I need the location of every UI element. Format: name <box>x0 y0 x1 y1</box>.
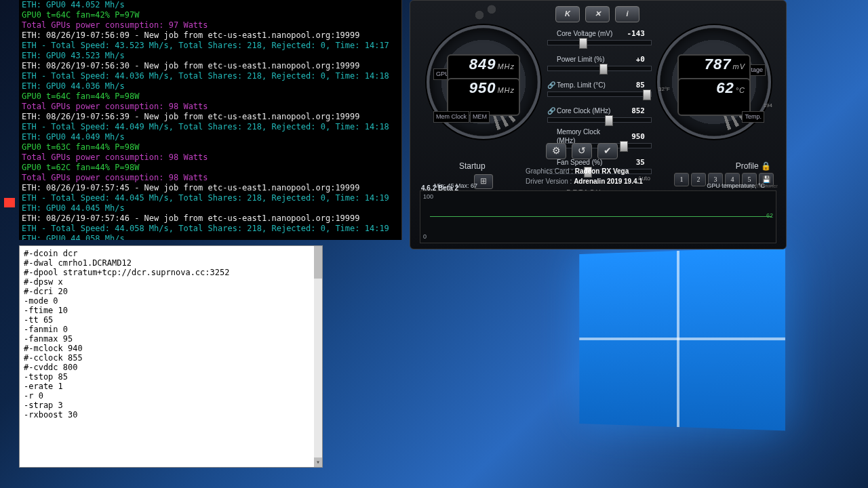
log-line: ETH: GPU0 44.045 Mh/s <box>22 203 399 214</box>
graph-title: GPU temperature, °C <box>707 182 765 190</box>
slider-label: Core Voltage (mV) <box>557 29 618 38</box>
reset-button[interactable]: ↺ <box>572 143 592 159</box>
wallpaper-windows-logo <box>579 247 785 431</box>
editor-content[interactable]: #-dcoin dcr#-dwal cmrho1.DCRAMD12#-dpool… <box>24 249 318 420</box>
config-line[interactable]: #-dwal cmrho1.DCRAMD12 <box>24 258 318 268</box>
slider-knob[interactable] <box>599 64 608 75</box>
slider-knob[interactable] <box>620 141 628 152</box>
mem-clock-value: 950 <box>469 79 496 96</box>
top-tab-button[interactable]: K <box>555 6 580 22</box>
config-line[interactable]: #-dcoin dcr <box>24 249 318 258</box>
mem-clock-label: Mem Clock <box>433 111 469 123</box>
config-line[interactable]: #-mclock 940 <box>24 344 318 353</box>
link-icon[interactable]: 🔗 <box>547 81 554 89</box>
action-buttons-row: ⚙↺✔ <box>546 143 618 159</box>
gpu-clock-gauge: GPU Clock GPU 849MHz 950MHz Mem Clock ME… <box>427 25 540 139</box>
y-axis-high: 100 <box>423 192 433 201</box>
slider-label: Core Clock (MHz) <box>557 106 618 115</box>
log-line: ETH: 08/26/19-07:56:09 - New job from et… <box>22 30 399 41</box>
log-line: ETH - Total Speed: 44.045 Mh/s, Total Sh… <box>22 193 399 203</box>
graph-minmax: Min: 45 Max: 67 <box>434 182 477 190</box>
config-line[interactable]: -tt 65 <box>24 315 318 325</box>
config-line[interactable]: -r 0 <box>24 391 318 401</box>
log-line: ETH: 08/26/19-07:57:45 - New job from et… <box>22 183 399 193</box>
log-line: ETH: GPU0 44.036 Mh/s <box>22 81 399 92</box>
config-line[interactable]: -fanmax 95 <box>24 334 318 344</box>
log-line: ETH: 08/26/19-07:57:46 - New job from et… <box>22 214 399 224</box>
profile-label: Profile 🔒 <box>736 162 771 171</box>
config-line[interactable]: #-dpsw x <box>24 277 318 287</box>
top-tab-button[interactable]: i <box>615 6 639 22</box>
log-line: ETH - Total Speed: 43.523 Mh/s, Total Sh… <box>22 41 399 51</box>
record-indicator-icon <box>4 198 15 207</box>
temp-value: 62 <box>716 79 734 96</box>
mem-chip-label: MEM <box>470 111 490 123</box>
log-line: ETH: 08/26/19-07:56:39 - New job from et… <box>22 112 399 122</box>
editor-scrollbar[interactable]: ▾ <box>314 246 322 467</box>
log-line: GPU0 t=64C fan=44% P=98W <box>22 92 399 102</box>
config-line[interactable]: -tstop 85 <box>24 372 318 382</box>
voltage-value: 787 <box>705 56 732 73</box>
slider-track[interactable] <box>547 117 652 123</box>
gpu-clock-value: 849 <box>469 56 496 73</box>
profile-slot-button[interactable]: 2 <box>691 173 706 186</box>
config-line[interactable]: -erate 1 <box>24 382 318 391</box>
config-line[interactable]: #-dcri 20 <box>24 287 318 296</box>
temperature-graph[interactable]: Min: 45 Max: 67 GPU temperature, °C 100 … <box>420 190 776 243</box>
log-line: Total GPUs power consumption: 98 Watts <box>22 102 399 112</box>
top-tab-buttons: K✕i <box>555 6 639 22</box>
driver-version: Adrenalin 2019 19.4.1 <box>574 178 643 185</box>
temp-readout: 62°C <box>677 78 751 116</box>
slider-knob[interactable] <box>605 115 613 126</box>
config-line[interactable]: -strap 3 <box>24 401 318 410</box>
y-axis-low: 0 <box>423 232 427 241</box>
config-editor[interactable]: #-dcoin dcr#-dwal cmrho1.DCRAMD12#-dpool… <box>19 245 323 468</box>
startup-label: Startup <box>459 162 486 171</box>
config-line[interactable]: -rxboost 30 <box>24 410 318 420</box>
slider-knob[interactable] <box>579 38 587 49</box>
log-line: ETH: GPU0 43.523 Mh/s <box>22 51 399 61</box>
log-line: GPU0 t=63C fan=44% P=98W <box>22 142 399 152</box>
slider-value: 35 <box>620 158 645 167</box>
slider-panel: Core Voltage (mV)-143Power Limit (%)+0🔗T… <box>547 24 650 184</box>
config-line[interactable]: #-cvddc 800 <box>24 363 318 372</box>
slider-track[interactable] <box>547 92 652 97</box>
miner-terminal[interactable]: ETH: GPU0 44.052 Mh/sGPU0 t=64C fan=42% … <box>19 0 402 240</box>
top-tab-button[interactable]: ✕ <box>585 6 610 22</box>
slider-track[interactable] <box>547 40 652 45</box>
slider-knob[interactable] <box>643 89 651 100</box>
log-line: GPU0 t=64C fan=42% P=97W <box>22 10 399 20</box>
log-line: ETH: 08/26/19-07:56:30 - New job from et… <box>22 61 399 71</box>
slider-track[interactable] <box>547 66 652 71</box>
profile-slot-button[interactable]: 1 <box>674 173 689 186</box>
link-icon[interactable]: 🔗 <box>547 106 554 115</box>
slider-label: Temp. Limit (°C) <box>557 81 618 89</box>
log-line: ETH: GPU0 44.058 Mh/s <box>22 234 399 240</box>
config-line[interactable]: #-dpool stratum+tcp://dcr.suprnova.cc:32… <box>24 268 318 277</box>
slider-value: 950 <box>620 132 645 141</box>
log-line: ETH: GPU0 44.049 Mh/s <box>22 132 399 142</box>
unit: mV <box>733 62 746 70</box>
config-line[interactable]: -mode 0 <box>24 296 318 306</box>
slider-value: 852 <box>620 106 645 115</box>
driver-label: Driver Version : <box>526 178 572 185</box>
slider-label: Power Limit (%) <box>557 55 618 64</box>
slider-value: +0 <box>620 55 645 64</box>
apply-button[interactable]: ✔ <box>597 143 618 159</box>
log-line: ETH - Total Speed: 44.049 Mh/s, Total Sh… <box>22 122 399 132</box>
tick-max: 194 <box>764 101 772 110</box>
log-line: Total GPUs power consumption: 98 Watts <box>22 152 399 163</box>
slider-value: 85 <box>620 81 645 89</box>
scrollbar-thumb[interactable] <box>314 246 322 279</box>
config-line[interactable]: -fanmin 0 <box>24 325 318 334</box>
slider-value: -143 <box>620 29 645 38</box>
config-line[interactable]: -ftime 10 <box>24 306 318 315</box>
config-line[interactable]: #-cclock 855 <box>24 353 318 363</box>
settings-button[interactable]: ⚙ <box>546 143 566 159</box>
brand-dragon-icon <box>455 0 516 26</box>
graph-line-value: 62 <box>766 211 773 220</box>
afterburner-panel: K✕i GPU Clock GPU 849MHz 950MHz Mem Cloc… <box>410 0 787 249</box>
voltage-temp-gauge: Voltage 787mV 62°C Temp. 32°F 194 <box>657 25 771 139</box>
scroll-down-icon[interactable]: ▾ <box>314 458 322 467</box>
log-line: ETH - Total Speed: 44.036 Mh/s, Total Sh… <box>22 71 399 81</box>
